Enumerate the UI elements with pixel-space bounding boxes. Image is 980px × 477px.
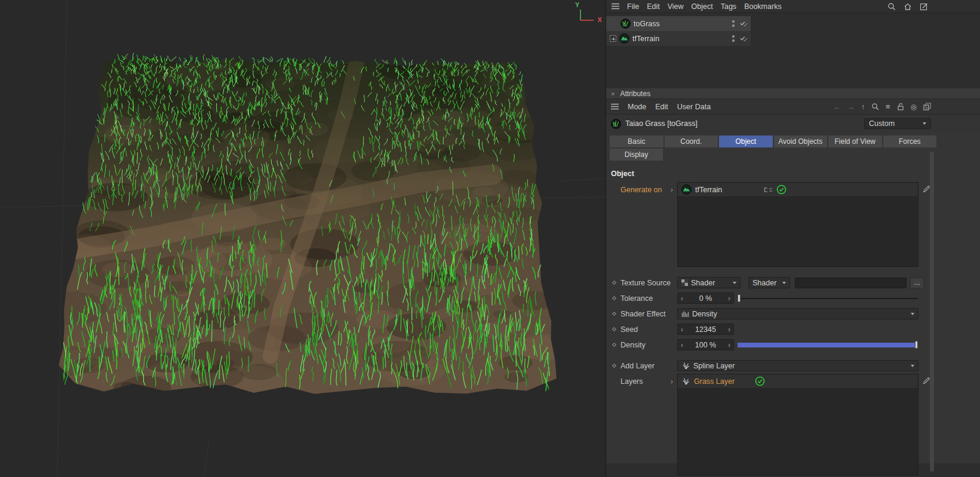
vertical-scrollbar[interactable] [930,152,934,472]
keyframe-diamond-icon[interactable] [612,281,616,285]
slider-handle[interactable] [738,294,741,302]
visibility-dots-icon[interactable] [731,34,736,43]
focus-icon[interactable] [911,103,917,111]
object-row-controls [731,19,748,28]
spinner-increment[interactable] [725,341,733,349]
enabled-check-icon[interactable] [776,184,787,195]
search-icon[interactable] [887,2,896,11]
tab-display[interactable]: Display [610,149,663,161]
keyframe-diamond-icon[interactable] [612,364,616,368]
layer-item-label[interactable]: Grass Layer [694,377,735,386]
spinner-decrement[interactable] [678,294,686,303]
tab-basic[interactable]: Basic [610,136,663,147]
object-row-tfterrain[interactable]: tfTerrain [606,31,751,46]
axis-x-label: X [598,16,602,23]
viewport-3d[interactable]: Y X [0,0,606,477]
keyframe-diamond-icon[interactable] [612,327,616,331]
shader-effect-value: Density [692,310,717,318]
layout-icon[interactable] [920,2,928,11]
shader-link-field[interactable] [795,278,907,288]
layers-list[interactable]: Grass Layer [677,374,918,475]
menu-bookmarks[interactable]: Bookmarks [744,2,782,11]
hierarchy-icon[interactable] [764,186,773,193]
grass-layer-icon [681,377,690,385]
enabled-check-icon[interactable] [739,35,748,42]
histogram-icon [681,310,689,318]
shader-dropdown[interactable]: Shader [748,277,790,288]
terrain-object-icon[interactable] [619,33,629,44]
viewport-canvas[interactable] [0,0,606,477]
attributes-panel-title: Attributes [620,90,650,98]
menu-mode[interactable]: Mode [628,103,646,111]
object-label[interactable]: tfTerrain [632,35,659,43]
menu-edit[interactable]: Edit [647,2,660,11]
tolerance-spinner[interactable]: 0 % [677,293,734,304]
menu-tags[interactable]: Tags [721,2,736,11]
generate-on-item-label: tfTerrain [695,186,722,194]
browse-button[interactable]: ... [910,278,924,288]
spinner-increment[interactable] [725,325,733,334]
add-layer-dropdown[interactable]: Spline Layer [677,360,918,371]
search-icon[interactable] [871,103,879,110]
object-label[interactable]: toGrass [634,20,660,28]
seed-value[interactable]: 12345 [686,325,725,334]
tab-coord[interactable]: Coord. [665,136,718,147]
keyframe-diamond-icon[interactable] [612,312,616,316]
menu-edit[interactable]: Edit [655,103,668,111]
spinner-decrement[interactable] [678,325,686,334]
expand-arrow-icon[interactable] [671,186,673,194]
forward-arrow-icon[interactable] [847,103,855,111]
generate-on-item[interactable]: tfTerrain [678,183,918,197]
tab-forces[interactable]: Forces [883,136,937,147]
slider-handle[interactable] [915,341,918,349]
menu-file[interactable]: File [627,2,639,11]
density-spinner[interactable]: 100 % [677,339,734,350]
hamburger-menu-icon[interactable] [611,103,619,110]
enabled-check-icon[interactable] [755,376,765,386]
enabled-check-icon[interactable] [739,20,748,27]
tab-object[interactable]: Object [719,136,773,147]
seed-label: Seed [620,325,638,334]
generate-on-label[interactable]: Generate on [620,186,662,194]
popout-icon[interactable] [923,103,931,110]
home-icon[interactable] [904,2,912,11]
object-row-controls [731,34,748,43]
preset-dropdown[interactable]: Custom [864,118,931,129]
tolerance-value[interactable]: 0 % [686,294,725,303]
object-manager: toGrass tfTerrain [606,13,980,88]
layer-item[interactable]: Grass Layer [678,374,918,389]
menu-object[interactable]: Object [692,2,713,11]
chevron-down-icon [782,282,786,284]
seed-spinner[interactable]: 12345 [677,324,734,335]
texture-source-label: Texture Source [620,279,671,287]
density-slider[interactable] [738,340,918,349]
spinner-increment[interactable] [725,294,733,303]
texture-source-type-dropdown[interactable]: Shader [677,277,741,288]
shader-effect-label: Shader Effect [620,310,666,318]
object-row-tograss[interactable]: toGrass [606,16,751,31]
tolerance-slider[interactable] [738,294,918,303]
shader-effect-dropdown[interactable]: Density [677,308,918,319]
tab-field-of-view[interactable]: Field of View [828,136,882,147]
visibility-dots-icon[interactable] [731,19,736,28]
spinner-decrement[interactable] [678,341,686,349]
hamburger-menu-icon[interactable] [612,3,619,10]
tab-avoid-objects[interactable]: Avoid Objects [774,136,828,147]
add-layer-value: Spline Layer [693,362,735,370]
expand-icon[interactable] [610,35,616,42]
grass-object-icon[interactable] [620,19,631,29]
up-arrow-icon[interactable] [861,103,865,111]
menu-user-data[interactable]: User Data [677,103,711,111]
back-arrow-icon[interactable] [834,103,841,111]
density-value[interactable]: 100 % [686,341,725,349]
density-row: Density 100 % [606,337,980,352]
filter-list-icon[interactable] [886,102,890,111]
generate-on-list[interactable]: tfTerrain [677,182,918,267]
attributes-tabs: Basic Coord. Object Avoid Objects Field … [606,133,980,162]
close-icon[interactable] [611,90,615,97]
menu-view[interactable]: View [668,2,684,11]
expand-arrow-icon[interactable] [671,377,673,386]
keyframe-diamond-icon[interactable] [612,343,616,347]
keyframe-diamond-icon[interactable] [612,296,616,300]
lock-icon[interactable] [897,103,904,110]
